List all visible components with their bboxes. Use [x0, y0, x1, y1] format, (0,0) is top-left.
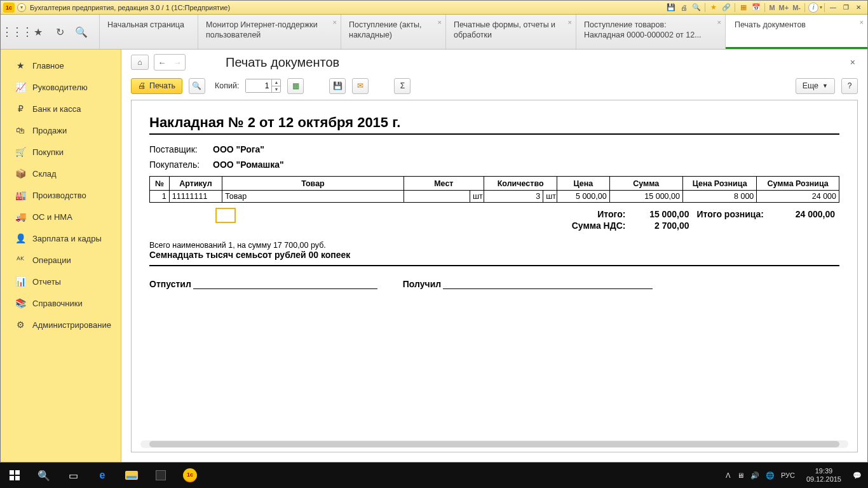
copies-spinner[interactable]: ▲▼ — [245, 79, 281, 93]
sidebar-item-4[interactable]: 🛒Покупки — [1, 141, 121, 163]
sidebar-item-9[interactable]: ᴬᴷОперации — [1, 249, 121, 271]
supplier-label: Поставщик: — [149, 144, 213, 154]
chevron-down-icon: ▼ — [822, 83, 828, 89]
edge-button[interactable]: e — [88, 463, 117, 488]
email-button[interactable]: ✉ — [352, 78, 369, 94]
close-icon[interactable]: × — [568, 18, 572, 26]
link-icon[interactable]: 🔗 — [721, 3, 732, 13]
sidebar-item-2[interactable]: ₽Банк и касса — [1, 98, 121, 119]
mem-mminus[interactable]: M- — [790, 4, 803, 11]
close-button[interactable]: ✕ — [853, 3, 864, 12]
sidebar-item-label: Покупки — [32, 147, 64, 157]
onec-button[interactable]: 1c — [175, 463, 205, 488]
tabs-row: ⋮⋮⋮ ★ ↻ 🔍 Начальная страница Монитор Инт… — [1, 15, 867, 50]
save-button[interactable]: 💾 — [329, 78, 346, 94]
calendar-icon[interactable]: 📅 — [750, 3, 762, 13]
sidebar-icon: ★ — [15, 60, 26, 71]
search-icon[interactable]: 🔍 — [75, 25, 88, 38]
sidebar-item-12[interactable]: ⚙Администрирование — [1, 314, 121, 336]
save-icon[interactable]: 💾 — [665, 3, 677, 13]
print-button[interactable]: 🖨Печать — [131, 78, 182, 94]
explorer-button[interactable] — [117, 463, 146, 488]
sidebar-item-label: Главное — [32, 61, 64, 71]
nav-back-forward[interactable]: ← → — [154, 54, 186, 71]
taskbar: 🔍 ▭ e 1c ᐱ 🖥 🔊 🌐 РУС 19:3909.12.2015 💬 — [0, 463, 868, 488]
mem-m[interactable]: M — [767, 4, 776, 11]
sidebar-item-label: ОС и НМА — [32, 212, 72, 222]
sidebar-item-8[interactable]: 👤Зарплата и кадры — [1, 227, 121, 249]
tab-goods[interactable]: Поступление товаров:Накладная 0000-00000… — [576, 15, 725, 49]
preview-button[interactable]: 🔍 — [189, 78, 205, 94]
clock[interactable]: 19:3909.12.2015 — [801, 467, 846, 484]
sidebar-item-1[interactable]: 📈Руководителю — [1, 76, 121, 98]
preview-icon[interactable]: 🔍 — [691, 3, 702, 13]
printer-icon: 🖨 — [138, 81, 146, 90]
tray-network-icon[interactable]: 🌐 — [766, 471, 775, 480]
close-page-icon[interactable]: × — [848, 55, 858, 70]
minimize-button[interactable]: — — [827, 3, 839, 12]
history-icon[interactable]: ↻ — [53, 25, 66, 38]
page-title: Печать документов — [226, 55, 339, 70]
sidebar-item-6[interactable]: 🏭Производство — [1, 184, 121, 206]
search-button[interactable]: 🔍 — [29, 463, 58, 488]
tab-print-docs[interactable]: Печать документов× — [725, 15, 867, 49]
onec-logo-icon: 1c — [3, 3, 15, 13]
sidebar-item-7[interactable]: 🚚ОС и НМА — [1, 206, 121, 227]
back-icon[interactable]: ← — [154, 55, 170, 70]
app-menu-dropdown[interactable]: ▾ — [17, 3, 26, 12]
sidebar-item-label: Склад — [32, 169, 57, 179]
copies-input[interactable] — [246, 79, 271, 92]
tray-monitor-icon[interactable]: 🖥 — [737, 471, 744, 479]
settings-button[interactable]: ▦ — [287, 78, 304, 94]
sidebar-icon: 📈 — [15, 82, 26, 92]
sidebar-item-label: Операции — [32, 255, 71, 265]
supplier-value: ООО "Рога" — [213, 144, 264, 154]
tab-monitor[interactable]: Монитор Интернет-поддержкипользователей× — [198, 15, 341, 49]
sidebar-item-11[interactable]: 📚Справочники — [1, 292, 121, 314]
tab-home[interactable]: Начальная страница — [99, 15, 198, 49]
svg-rect-0 — [10, 470, 14, 475]
apps-icon[interactable]: ⋮⋮⋮ — [10, 25, 23, 38]
home-button[interactable]: ⌂ — [131, 55, 149, 70]
spinner-down-icon[interactable]: ▼ — [271, 86, 280, 93]
sidebar-item-0[interactable]: ★Главное — [1, 55, 121, 76]
sidebar-item-5[interactable]: 📦Склад — [1, 163, 121, 184]
more-button[interactable]: Еще▼ — [796, 78, 835, 94]
close-icon[interactable]: × — [717, 18, 721, 26]
close-icon[interactable]: × — [438, 18, 442, 26]
tray-volume-icon[interactable]: 🔊 — [750, 471, 759, 480]
sidebar-item-label: Справочники — [32, 299, 83, 308]
print-icon[interactable]: 🖨 — [678, 3, 689, 13]
sum-button[interactable]: Σ — [394, 78, 410, 94]
close-icon[interactable]: × — [333, 18, 337, 26]
help-button[interactable]: ? — [841, 78, 858, 94]
restore-button[interactable]: ❐ — [840, 3, 851, 12]
tab-incoming[interactable]: Поступление (акты,накладные)× — [341, 15, 445, 49]
sidebar-item-10[interactable]: 📊Отчеты — [1, 271, 121, 292]
tray-notifications-icon[interactable]: 💬 — [853, 471, 862, 480]
calc-icon[interactable]: ▦ — [738, 3, 749, 13]
store-button[interactable] — [146, 463, 175, 488]
start-button[interactable] — [0, 463, 29, 488]
selection-cursor — [215, 208, 236, 223]
copies-label: Копий: — [215, 81, 239, 90]
close-icon[interactable]: × — [860, 18, 864, 26]
sidebar-icon: 🛒 — [15, 147, 26, 157]
tray-lang[interactable]: РУС — [781, 471, 795, 479]
taskview-button[interactable]: ▭ — [58, 463, 88, 488]
window-title: Бухгалтерия предприятия, редакция 3.0 / … — [30, 4, 230, 11]
spinner-up-icon[interactable]: ▲ — [271, 79, 280, 86]
sidebar-item-label: Производство — [32, 191, 86, 200]
favorite-icon[interactable]: ★ — [708, 3, 719, 13]
tray-chevron-up-icon[interactable]: ᐱ — [726, 471, 731, 480]
sidebar-item-3[interactable]: 🛍Продажи — [1, 119, 121, 141]
horizontal-scrollbar[interactable] — [140, 440, 848, 448]
forward-icon[interactable]: → — [170, 55, 185, 70]
mem-mplus[interactable]: M+ — [777, 4, 791, 11]
star-icon[interactable]: ★ — [32, 25, 44, 38]
sidebar-icon: ⚙ — [15, 320, 26, 330]
tab-printforms[interactable]: Печатные формы, отчеты иобработки× — [445, 15, 576, 49]
info-icon[interactable]: i — [808, 3, 818, 13]
sidebar-item-label: Руководителю — [32, 83, 88, 92]
sig-released-line — [193, 278, 377, 289]
